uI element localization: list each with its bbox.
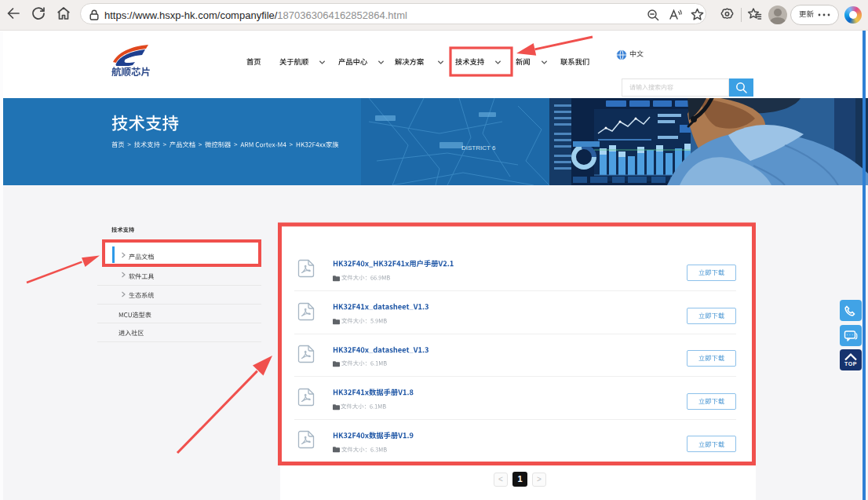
svg-text:DISTRICT 6: DISTRICT 6 — [461, 144, 496, 151]
